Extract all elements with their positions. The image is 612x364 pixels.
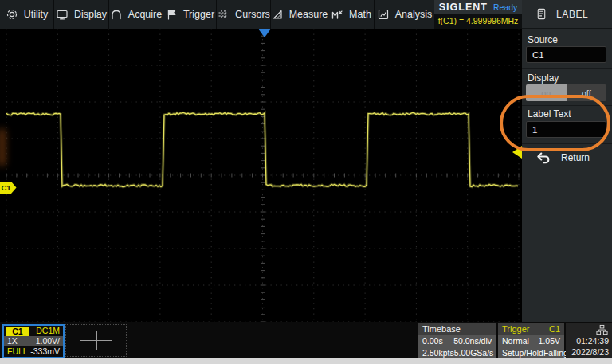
analysis-icon (377, 8, 390, 21)
svg-text:C1: C1 (2, 183, 12, 192)
add-channel-slot[interactable] (65, 324, 127, 357)
menu-item-label: Cursors (235, 9, 270, 20)
math-icon (331, 8, 343, 21)
channel-1-descriptor[interactable]: C1 DC1M 1X 1.00V/ FULL -333mV (2, 324, 65, 358)
waveform-display[interactable]: C1 (0, 29, 522, 322)
menu-item-label: Utility (24, 9, 49, 20)
bottom-status-bar: C1 DC1M 1X 1.00V/ FULL -333mV Timebase 0… (0, 322, 612, 358)
menu-item-label: Measure (289, 9, 328, 20)
timebase-title: Timebase (422, 324, 461, 334)
clock-time: 01:24:39 (576, 336, 609, 346)
menu-item-label: Acquire (128, 9, 162, 20)
plus-icon (96, 331, 97, 350)
menu-item-trigger[interactable]: Trigger (163, 0, 217, 29)
timebase-memory: 2.50kpts (422, 348, 454, 358)
trigger-type: Setup/Hold (502, 348, 543, 358)
clock-box[interactable]: 01:24:39 2022/8/23 (566, 323, 612, 358)
bezel-strip (0, 358, 612, 364)
trigger-level: 1.05V (539, 336, 560, 346)
annotation-highlight-ellipse (500, 95, 610, 151)
menu-item-math[interactable]: Math (328, 0, 375, 29)
timebase-sample-rate: 5.00GSa/s (454, 348, 494, 358)
separator (522, 174, 612, 174)
menu-item-measure[interactable]: Measure (271, 0, 328, 29)
measure-icon (271, 8, 284, 21)
trigger-position-marker (258, 29, 271, 37)
status-block: SIGLENT Ready f(C1) = 4.999996MHz (434, 0, 522, 29)
label-menu-panel: LABEL Source C1 Display on off Label Tex… (522, 0, 612, 322)
screen-glare-artifact (0, 129, 6, 166)
channel-scale: 1.00V/ (36, 336, 60, 346)
trigger-title: Trigger (502, 324, 529, 334)
display-label: Display (528, 72, 559, 84)
source-label: Source (528, 34, 558, 45)
menu-item-display[interactable]: Display (54, 0, 109, 29)
timebase-delay: 0.00s (422, 336, 443, 346)
flag-icon (165, 8, 178, 21)
cursors-icon (217, 8, 230, 21)
trigger-mode: Normal (502, 336, 529, 346)
channel-bandwidth: FULL (7, 346, 28, 357)
waveform-plot: C1 (0, 29, 522, 322)
acquisition-status: Ready (493, 2, 517, 12)
trigger-slope: Falling (543, 348, 568, 358)
menu-item-label: Display (74, 9, 107, 20)
gear-icon (6, 8, 18, 21)
label-icon (536, 8, 547, 20)
acquire-icon (110, 8, 123, 21)
oscilloscope-screen: Utility Display Acquire Trigger Cursors … (0, 0, 612, 364)
panel-header: LABEL (522, 0, 612, 29)
channel-attenuation: 1X (7, 336, 18, 346)
channel-coupling: DC1M (36, 326, 60, 336)
trigger-descriptor[interactable]: Trigger C1 Normal 1.05V Setup/Hold Falli… (498, 323, 564, 358)
menu-item-cursors[interactable]: Cursors (217, 0, 271, 29)
frequency-counter: f(C1) = 4.999996MHz (434, 14, 522, 29)
menu-item-label: Analysis (395, 9, 433, 20)
separator (522, 68, 612, 69)
source-value-box[interactable]: C1 (526, 46, 606, 63)
channel-badge: C1 (6, 327, 29, 336)
panel-title: LABEL (556, 9, 588, 20)
menu-item-utility[interactable]: Utility (0, 0, 54, 29)
menu-item-label: Math (349, 9, 371, 20)
menu-item-label: Trigger (183, 9, 214, 20)
trigger-source: C1 (549, 324, 560, 334)
siglent-logo: SIGLENT (439, 2, 488, 13)
return-label: Return (561, 152, 590, 163)
network-icon (596, 324, 608, 336)
menu-item-analysis[interactable]: Analysis (375, 0, 434, 29)
clock-date: 2022/8/23 (571, 347, 609, 357)
display-icon (56, 8, 69, 21)
timebase-descriptor[interactable]: Timebase 0.00s 50.0ns/div 2.50kpts 5.00G… (418, 323, 496, 358)
menu-item-acquire[interactable]: Acquire (109, 0, 163, 29)
timebase-scale: 50.0ns/div (453, 336, 492, 346)
channel-offset: -333mV (30, 346, 60, 357)
return-arrow-icon (536, 151, 551, 166)
